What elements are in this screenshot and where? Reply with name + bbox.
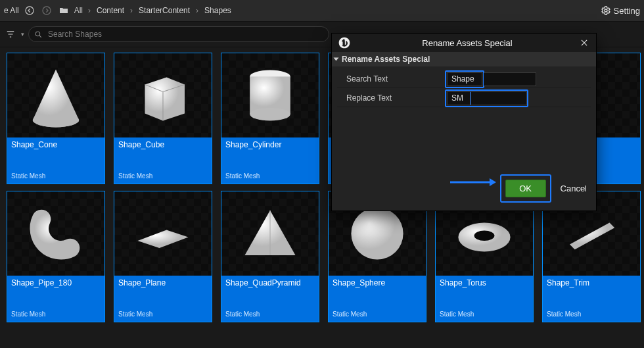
svg-point-1 — [43, 7, 51, 14]
breadcrumb-shapes[interactable]: Shapes — [201, 5, 235, 16]
asset-thumbnail — [221, 53, 319, 137]
asset-name: Shape_Sphere — [329, 276, 426, 290]
breadcrumb-content[interactable]: Content — [93, 5, 127, 16]
replace-text-input-append[interactable] — [471, 91, 527, 105]
asset-type: Static Mesh — [221, 311, 319, 322]
filter-icon[interactable] — [4, 28, 17, 41]
replace-text-row: Replace Text — [337, 89, 591, 107]
asset-type: Static Mesh — [221, 172, 319, 184]
asset-thumbnail — [114, 53, 212, 137]
asset-type: Static Mesh — [114, 311, 212, 322]
asset-name: Shape_Cylinder — [221, 137, 319, 152]
asset-search-box[interactable] — [28, 26, 329, 42]
svg-point-3 — [35, 32, 40, 36]
replace-text-input[interactable] — [447, 91, 471, 105]
asset-name: Shape_Torus — [436, 276, 533, 290]
close-icon[interactable] — [578, 36, 591, 49]
cancel-button[interactable]: Cancel — [561, 184, 587, 193]
chevron-right-icon: › — [87, 6, 92, 15]
browse-all[interactable]: All — [74, 6, 83, 15]
expand-tri-icon — [334, 58, 339, 61]
chevron-right-icon: › — [195, 6, 200, 15]
asset-name: Shape_Cube — [114, 137, 212, 152]
chevron-right-icon: › — [129, 6, 134, 15]
asset-type: Static Mesh — [543, 311, 640, 322]
svg-point-7 — [250, 108, 290, 121]
asset-thumbnail — [221, 191, 319, 276]
asset-thumbnail — [114, 191, 212, 276]
top-toolbar: e All All › Content › StarterContent › S… — [0, 0, 644, 22]
asset-card[interactable]: Shape_QuadPyramidStatic Mesh — [221, 191, 319, 322]
asset-thumbnail — [7, 191, 104, 276]
filter-dropdown-icon[interactable]: ▾ — [21, 31, 24, 37]
settings-button[interactable]: Setting — [601, 5, 640, 16]
breadcrumb-startercontent[interactable]: StarterContent — [135, 5, 193, 16]
asset-name: Shape_Trim — [543, 276, 640, 290]
save-all-button[interactable]: e All — [4, 6, 19, 15]
asset-card[interactable]: Shape_CylinderStatic Mesh — [221, 53, 319, 184]
svg-marker-12 — [490, 178, 496, 186]
search-text-input-append[interactable] — [484, 72, 536, 86]
section-header-label: Rename Assets Special — [342, 55, 430, 64]
breadcrumb: › Content › StarterContent › Shapes — [87, 5, 235, 16]
asset-name: Shape_Plane — [114, 276, 212, 290]
folder-icon[interactable] — [57, 4, 70, 17]
svg-point-10 — [474, 231, 495, 241]
dialog-title: Rename Assets Special — [357, 38, 578, 48]
nav-forward-icon[interactable] — [40, 4, 53, 17]
search-input[interactable] — [47, 29, 323, 39]
asset-card[interactable]: Shape_CubeStatic Mesh — [114, 53, 212, 184]
dialog-button-row: OK Cancel — [332, 168, 596, 211]
asset-thumbnail — [7, 53, 104, 137]
asset-card[interactable]: Shape_Pipe_180Static Mesh — [7, 191, 105, 322]
arrow-annotation-icon — [450, 178, 496, 186]
asset-type: Static Mesh — [436, 311, 533, 322]
asset-card[interactable]: Shape_PlaneStatic Mesh — [114, 191, 212, 322]
svg-point-0 — [26, 7, 34, 14]
asset-type: Static Mesh — [114, 172, 212, 184]
asset-type: Static Mesh — [329, 311, 426, 322]
asset-name: Shape_QuadPyramid — [221, 276, 319, 290]
search-text-input[interactable] — [447, 72, 482, 86]
section-header[interactable]: Rename Assets Special — [332, 52, 596, 66]
asset-type: Static Mesh — [7, 311, 104, 322]
search-icon — [34, 30, 43, 39]
dialog-titlebar: Rename Assets Special — [332, 34, 596, 52]
search-text-row: Search Text — [337, 70, 591, 88]
svg-point-2 — [605, 9, 607, 12]
asset-type: Static Mesh — [7, 172, 104, 184]
svg-point-8 — [351, 207, 403, 259]
asset-name: Shape_Cone — [7, 137, 104, 152]
rename-assets-dialog: Rename Assets Special Rename Assets Spec… — [331, 33, 597, 211]
asset-name: Shape_Pipe_180 — [7, 276, 104, 290]
ok-button[interactable]: OK — [505, 180, 546, 197]
search-text-label: Search Text — [337, 74, 445, 84]
asset-card[interactable]: Shape_ConeStatic Mesh — [7, 53, 105, 184]
nav-back-icon[interactable] — [23, 4, 36, 17]
settings-label: Setting — [614, 6, 640, 16]
unreal-logo-icon — [337, 36, 352, 50]
replace-text-label: Replace Text — [337, 93, 445, 103]
